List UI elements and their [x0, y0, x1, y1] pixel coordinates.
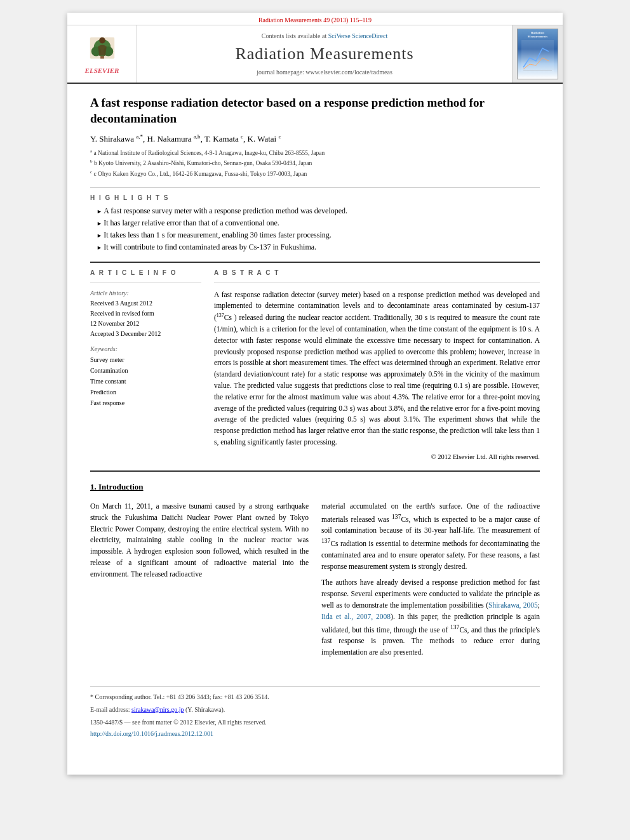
- elsevier-brand-text: ELSEVIER: [85, 67, 119, 74]
- elsevier-tree-icon: [83, 34, 121, 65]
- intro-para-right-1: material accumulated on the earth's surf…: [321, 501, 540, 573]
- history-label: Article history:: [90, 290, 201, 297]
- ref-shirakawa-link[interactable]: Shirakawa, 2005: [488, 601, 538, 609]
- intro-col-left: On March 11, 2011, a massive tsunami cau…: [90, 501, 309, 663]
- divider-1: [90, 187, 540, 188]
- journal-main-title: Radiation Measurements: [144, 44, 506, 63]
- journal-cover-thumbnail: RadiationMeasurements: [512, 25, 563, 83]
- abstract-col: A B S T R A C T A fast response radiatio…: [214, 269, 540, 460]
- intro-heading: 1. Introduction: [90, 482, 540, 492]
- highlight-item: It takes less than 1 s for measurement, …: [97, 229, 540, 241]
- affiliation-b: b b Kyoto University, 2 Asashiro-Nishi, …: [90, 158, 540, 168]
- affiliation-a: a a National Institute of Radiological S…: [90, 148, 540, 157]
- sciverse-line: Contents lists available at SciVerse Sci…: [144, 32, 506, 39]
- issn-line: 1350-4487/$ — see front matter © 2012 El…: [90, 717, 540, 728]
- received-date: Received 3 August 2012 Received in revis…: [90, 298, 201, 339]
- highlight-item: A fast response survey meter with a resp…: [97, 205, 540, 217]
- svg-point-5: [99, 37, 105, 43]
- keywords-list: Survey meter Contamination Time constant…: [90, 354, 201, 408]
- journal-cover-image: RadiationMeasurements: [517, 29, 558, 79]
- authors-line: Y. Shirakawa a,*, H. Nakamura a,b, T. Ka…: [90, 133, 540, 143]
- highlights-label: H I G H L I G H T S: [90, 194, 540, 201]
- article-info-col: A R T I C L E I N F O Article history: R…: [90, 269, 201, 460]
- copyright-line: © 2012 Elsevier Ltd. All rights reserved…: [214, 453, 540, 460]
- introduction-section: 1. Introduction On March 11, 2011, a mas…: [90, 482, 540, 663]
- intro-para-left: On March 11, 2011, a massive tsunami cau…: [90, 501, 309, 580]
- article-title: A fast response radiation detector based…: [90, 95, 540, 126]
- journal-title-block: Contents lists available at SciVerse Sci…: [137, 25, 512, 83]
- page-footer: * Corresponding author. Tel.: +81 43 206…: [90, 686, 540, 739]
- corresponding-note: * Corresponding author. Tel.: +81 43 206…: [90, 692, 540, 702]
- journal-citation: Radiation Measurements 49 (2013) 115–119: [258, 17, 372, 23]
- abstract-text: A fast response radiation detector (surv…: [214, 290, 540, 448]
- authors-text: Y. Shirakawa a,*, H. Nakamura a,b, T. Ka…: [90, 134, 281, 143]
- intro-col-right: material accumulated on the earth's surf…: [321, 501, 540, 663]
- doi-link[interactable]: http://dx.doi.org/10.1016/j.radmeas.2012…: [90, 730, 213, 737]
- intro-para-right-2: The authors have already devised a respo…: [321, 577, 540, 658]
- highlight-item: It will contribute to find contaminated …: [97, 241, 540, 253]
- ref-iida-link[interactable]: Iida et al., 2007, 2008: [321, 613, 391, 620]
- keywords-label: Keywords:: [90, 345, 201, 352]
- divider-2: [90, 262, 540, 263]
- intro-body-columns: On March 11, 2011, a massive tsunami cau…: [90, 501, 540, 663]
- elsevier-logo-block: ELSEVIER: [67, 25, 137, 83]
- sciverse-link[interactable]: SciVerse ScienceDirect: [328, 32, 388, 39]
- affiliations-block: a a National Institute of Radiological S…: [90, 148, 540, 178]
- email-line: E-mail address: sirakawa@nirs.go.jp (Y. …: [90, 705, 540, 715]
- journal-top-bar: Radiation Measurements 49 (2013) 115–119: [67, 13, 563, 25]
- divider-abstract: [214, 283, 540, 283]
- abstract-label: A B S T R A C T: [214, 269, 540, 276]
- page: Radiation Measurements 49 (2013) 115–119…: [67, 13, 563, 775]
- article-info-label: A R T I C L E I N F O: [90, 269, 201, 276]
- cover-chart-icon: [520, 39, 555, 74]
- journal-header: ELSEVIER Contents lists available at Sci…: [67, 25, 563, 84]
- svg-rect-6: [521, 40, 554, 72]
- main-content: A fast response radiation detector based…: [67, 84, 563, 676]
- highlight-item: It has larger relative error than that o…: [97, 217, 540, 229]
- divider-info: [90, 283, 201, 283]
- divider-3: [90, 470, 540, 472]
- highlights-section: H I G H L I G H T S A fast response surv…: [90, 194, 540, 254]
- journal-homepage: journal homepage: www.elsevier.com/locat…: [144, 69, 506, 76]
- info-abstract-columns: A R T I C L E I N F O Article history: R…: [90, 269, 540, 460]
- doi-line: http://dx.doi.org/10.1016/j.radmeas.2012…: [90, 729, 540, 739]
- email-link[interactable]: sirakawa@nirs.go.jp: [131, 706, 184, 713]
- highlights-list: A fast response survey meter with a resp…: [90, 205, 540, 254]
- affiliation-c: c c Ohyo Kaken Kogyo Co., Ltd., 1642-26 …: [90, 169, 540, 178]
